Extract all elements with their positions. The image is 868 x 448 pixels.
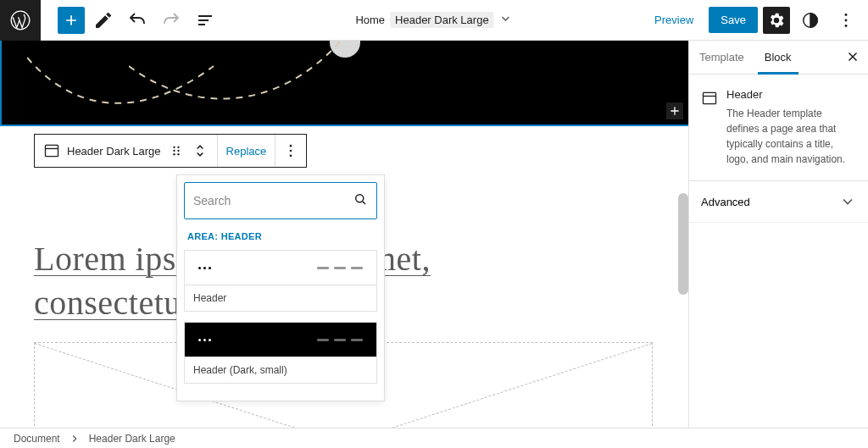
breadcrumb-home: Home [355,14,385,26]
scrollbar-thumb[interactable] [678,193,688,295]
settings-button[interactable] [763,7,790,34]
svg-point-2 [845,14,848,16]
styles-button[interactable] [795,5,826,36]
svg-point-12 [290,145,292,147]
chevron-down-icon [839,193,856,210]
save-button[interactable]: Save [709,7,758,33]
advanced-label: Advanced [701,196,750,208]
editor-canvas[interactable]: Header Dark Large Replace AREA: HEADER [0,41,688,428]
more-options-button[interactable] [831,5,861,36]
inline-add-button[interactable] [666,102,683,119]
svg-rect-16 [704,92,716,103]
settings-sidebar: Template Block Header The Header templat… [688,41,868,428]
svg-point-6 [173,147,175,148]
chevron-down-icon [499,12,513,28]
svg-point-14 [290,155,292,158]
template-caption: Header (Dark, small) [185,357,376,383]
replace-label: Replace [226,145,267,158]
template-preview [185,251,376,285]
move-arrows-icon[interactable] [192,142,209,159]
template-option[interactable]: Header (Dark, small) [184,322,377,384]
svg-rect-5 [46,145,58,156]
decorative-curve [129,41,349,117]
svg-point-13 [290,150,292,152]
svg-point-3 [845,19,848,21]
close-sidebar-button[interactable] [841,46,865,69]
document-title[interactable]: Home Header Dark Large [355,12,512,28]
header-block-icon [701,90,718,107]
svg-point-11 [177,153,179,155]
drag-handle-icon[interactable] [168,142,185,159]
block-toolbar: Header Dark Large Replace [34,134,307,168]
edit-tool-button[interactable] [88,5,119,36]
block-more-button[interactable] [275,135,306,167]
add-block-button[interactable] [58,7,85,34]
block-name: Header [726,88,856,101]
breadcrumb-part: Header Dark Large [390,12,494,28]
svg-point-9 [177,150,179,152]
template-caption: Header [185,285,376,311]
chevron-right-icon [69,432,81,445]
redo-button[interactable] [156,5,186,36]
list-view-button[interactable] [190,5,220,36]
svg-point-7 [177,147,179,148]
breadcrumb-bar: Document Header Dark Large [0,428,868,448]
wordpress-logo[interactable] [0,0,41,41]
breadcrumb-current[interactable]: Header Dark Large [89,433,175,445]
tab-template[interactable]: Template [689,41,754,74]
template-preview [185,323,376,357]
search-input[interactable] [193,194,353,207]
area-label: AREA: HEADER [184,219,377,250]
block-description: The Header template defines a page area … [726,106,856,167]
svg-point-15 [356,195,364,202]
advanced-panel-toggle[interactable]: Advanced [689,181,868,223]
svg-point-4 [845,24,848,26]
replace-popover: AREA: HEADER Header Header (Dark, small) [176,174,385,401]
preview-button[interactable]: Preview [644,7,704,33]
replace-button[interactable]: Replace [218,135,276,167]
svg-point-10 [173,153,175,155]
header-block-preview[interactable] [0,41,688,126]
search-icon [353,191,368,210]
svg-point-8 [173,150,175,152]
search-field[interactable] [184,182,377,219]
undo-button[interactable] [122,5,153,36]
template-option[interactable]: Header [184,250,377,312]
block-toolbar-label: Header Dark Large [67,145,161,158]
tab-block[interactable]: Block [754,41,802,74]
template-part-icon [43,142,60,159]
breadcrumb-root[interactable]: Document [14,433,60,445]
